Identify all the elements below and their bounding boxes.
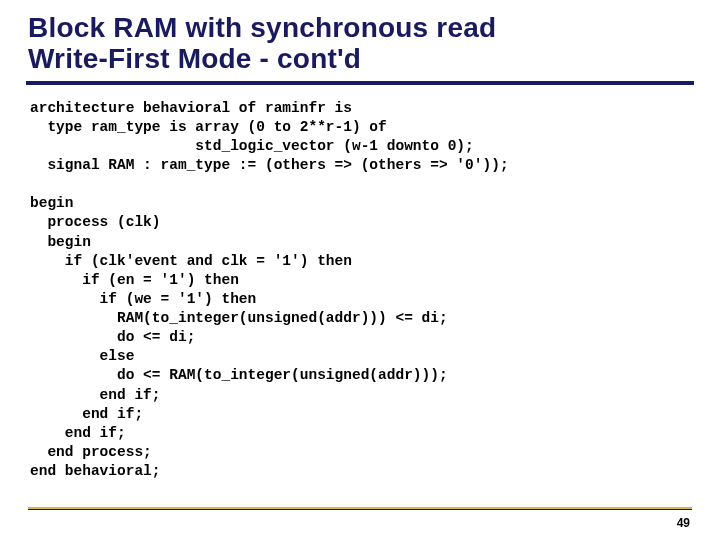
title-underline xyxy=(26,81,694,85)
footer-divider xyxy=(28,507,692,510)
slide: Block RAM with synchronous read Write-Fi… xyxy=(0,0,720,540)
title-line-2: Write-First Mode - cont'd xyxy=(28,43,361,74)
title-line-1: Block RAM with synchronous read xyxy=(28,12,496,43)
slide-title: Block RAM with synchronous read Write-Fi… xyxy=(28,12,692,81)
page-number: 49 xyxy=(677,516,690,530)
code-block: architecture behavioral of raminfr is ty… xyxy=(28,99,692,482)
